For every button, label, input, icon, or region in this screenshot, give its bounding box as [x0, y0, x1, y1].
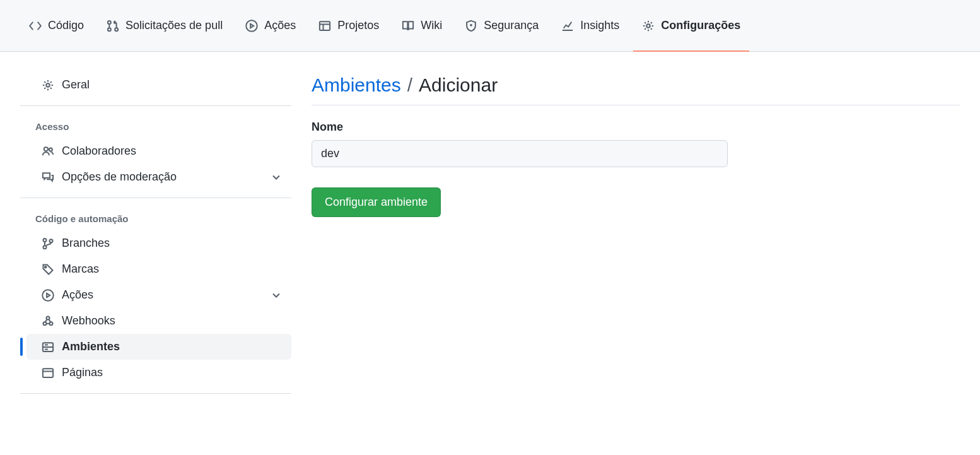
- sidebar-item-label: Webhooks: [62, 314, 115, 328]
- sidebar-item-branches[interactable]: Branches: [26, 230, 291, 256]
- tab-insights[interactable]: Insights: [552, 0, 628, 51]
- sidebar-item-collaborators[interactable]: Colaboradores: [26, 138, 291, 164]
- tab-pull-requests[interactable]: Solicitações de pull: [98, 0, 231, 51]
- sidebar-item-label: Ações: [62, 288, 93, 302]
- sidebar-item-label: Geral: [62, 78, 90, 92]
- webhook-icon: [42, 315, 54, 328]
- tab-actions[interactable]: Ações: [236, 0, 305, 51]
- tab-label: Solicitações de pull: [125, 19, 223, 32]
- svg-rect-19: [43, 369, 53, 377]
- main-content: Ambientes / Adicionar Nome Configurar am…: [312, 72, 960, 403]
- gear-icon: [642, 20, 655, 32]
- settings-sidebar: Geral Acesso Colaboradores Opções de mod…: [20, 72, 291, 403]
- tab-label: Ações: [264, 19, 296, 32]
- svg-point-3: [246, 20, 257, 32]
- breadcrumb-environments-link[interactable]: Ambientes: [312, 74, 401, 96]
- svg-point-15: [44, 322, 47, 325]
- sidebar-item-actions[interactable]: Ações: [26, 282, 291, 308]
- chevron-down-icon: [270, 171, 283, 184]
- browser-icon: [42, 367, 54, 379]
- tab-projects[interactable]: Projetos: [310, 0, 388, 51]
- tab-label: Código: [48, 19, 84, 32]
- gear-icon: [42, 79, 54, 92]
- tab-label: Configurações: [661, 19, 740, 32]
- breadcrumb-separator: /: [407, 74, 412, 96]
- svg-point-12: [50, 239, 53, 242]
- tab-security[interactable]: Segurança: [456, 0, 547, 51]
- svg-point-8: [44, 147, 48, 151]
- svg-point-5: [470, 24, 472, 25]
- play-icon: [42, 289, 54, 302]
- sidebar-item-label: Páginas: [62, 366, 103, 379]
- table-icon: [318, 20, 331, 32]
- svg-point-13: [45, 266, 47, 268]
- tag-icon: [42, 263, 54, 276]
- tab-settings[interactable]: Configurações: [633, 0, 749, 51]
- environment-name-input[interactable]: [312, 140, 728, 167]
- svg-point-6: [647, 24, 651, 28]
- svg-point-16: [50, 322, 53, 325]
- sidebar-group-access-title: Acesso: [20, 115, 291, 138]
- chevron-down-icon: [270, 289, 283, 302]
- sidebar-item-label: Marcas: [62, 263, 99, 276]
- tab-label: Insights: [580, 19, 619, 32]
- comment-discussion-icon: [42, 171, 54, 184]
- svg-point-9: [49, 148, 52, 151]
- svg-point-7: [46, 83, 50, 87]
- code-icon: [29, 20, 42, 32]
- breadcrumb: Ambientes / Adicionar: [312, 74, 960, 105]
- sidebar-item-tags[interactable]: Marcas: [26, 256, 291, 282]
- sidebar-item-moderation[interactable]: Opções de moderação: [26, 164, 291, 190]
- tab-code[interactable]: Código: [20, 0, 93, 51]
- svg-point-0: [108, 20, 111, 23]
- svg-point-2: [115, 28, 118, 31]
- people-icon: [42, 145, 54, 158]
- tab-label: Segurança: [484, 19, 539, 32]
- configure-environment-button[interactable]: Configurar ambiente: [312, 187, 441, 217]
- sidebar-item-label: Opções de moderação: [62, 170, 177, 184]
- sidebar-item-pages[interactable]: Páginas: [26, 360, 291, 386]
- tab-label: Wiki: [421, 19, 442, 32]
- svg-point-1: [108, 28, 111, 31]
- svg-point-14: [42, 290, 54, 301]
- sidebar-item-label: Ambientes: [62, 340, 120, 353]
- tab-label: Projetos: [337, 19, 379, 32]
- sidebar-item-general[interactable]: Geral: [26, 72, 291, 98]
- svg-rect-4: [320, 21, 330, 30]
- tab-wiki[interactable]: Wiki: [393, 0, 451, 51]
- sidebar-item-label: Colaboradores: [62, 145, 136, 158]
- repo-topnav: Código Solicitações de pull Ações Projet…: [0, 0, 980, 52]
- shield-icon: [465, 20, 477, 32]
- sidebar-item-webhooks[interactable]: Webhooks: [26, 308, 291, 334]
- sidebar-item-label: Branches: [62, 237, 110, 250]
- graph-icon: [561, 20, 574, 32]
- play-icon: [245, 20, 258, 32]
- svg-point-11: [44, 245, 47, 249]
- name-label: Nome: [312, 121, 960, 134]
- git-pull-request-icon: [107, 20, 119, 32]
- sidebar-group-code-title: Código e automação: [20, 207, 291, 230]
- book-icon: [402, 20, 414, 32]
- settings-layout: Geral Acesso Colaboradores Opções de mod…: [0, 52, 980, 423]
- server-icon: [42, 341, 54, 353]
- sidebar-item-environments[interactable]: Ambientes: [26, 334, 291, 360]
- svg-point-10: [44, 238, 47, 241]
- svg-point-17: [47, 316, 50, 319]
- git-branch-icon: [42, 237, 54, 250]
- breadcrumb-current: Adicionar: [419, 74, 498, 96]
